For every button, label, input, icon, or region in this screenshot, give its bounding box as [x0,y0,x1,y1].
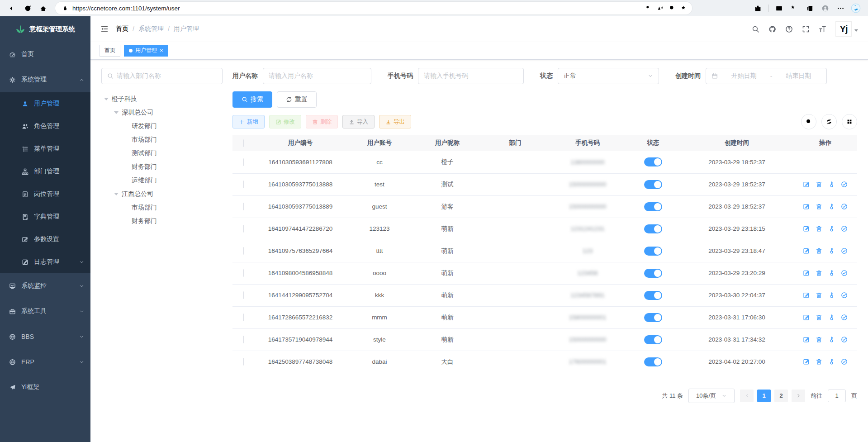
lock-icon[interactable] [60,2,71,14]
sidebar-item-系统工具[interactable]: 系统工具 [0,299,90,324]
goto-page-input[interactable]: 1 [828,390,846,402]
expand-caret-icon[interactable] [104,98,109,100]
status-toggle[interactable] [644,202,662,211]
tab-首页[interactable]: 首页 [100,45,120,57]
reset-password-icon[interactable] [828,358,835,365]
edit-row-icon[interactable] [803,225,810,232]
row-checkbox[interactable] [243,358,244,366]
select-all-checkbox[interactable] [243,139,244,147]
sidebar-item-用户管理[interactable]: 用户管理 [0,92,90,115]
reset-password-icon[interactable] [828,225,835,232]
reset-password-icon[interactable] [828,314,835,321]
status-toggle[interactable] [644,180,662,189]
edit-row-icon[interactable] [803,292,810,299]
status-toggle[interactable] [644,291,662,300]
date-range-picker[interactable]: 开始日期 - 结束日期 [706,68,827,84]
reload-icon[interactable] [21,2,34,14]
profile-avatar-icon[interactable] [818,2,832,14]
row-checkbox[interactable] [243,158,244,166]
favorite-add-icon[interactable] [678,2,689,14]
copilot-icon[interactable] [849,2,863,14]
sidebar-item-日志管理[interactable]: 日志管理 [0,251,90,273]
user-avatar[interactable]: Yj [835,21,858,37]
row-checkbox[interactable] [243,269,244,277]
sidebar-item-系统监控[interactable]: 系统监控 [0,273,90,299]
split-screen-icon[interactable] [772,2,786,14]
delete-row-icon[interactable] [816,203,822,210]
reset-password-icon[interactable] [828,270,835,276]
tree-node-市场部门[interactable]: 市场部门 [101,201,223,214]
url-text[interactable]: https://ccnetcore.com:1101/system/user [72,5,643,12]
row-checkbox[interactable] [243,314,244,321]
reset-password-icon[interactable] [828,181,835,188]
close-icon[interactable]: × [160,48,163,53]
tree-node-市场部门[interactable]: 市场部门 [101,133,223,147]
assign-role-icon[interactable] [841,270,848,276]
sidebar-item-首页[interactable]: 首页 [0,42,90,67]
assign-role-icon[interactable] [841,247,848,254]
phone-input[interactable]: 请输入手机号码 [418,68,524,84]
search-button[interactable]: 搜索 [232,91,272,108]
edit-row-icon[interactable] [803,270,810,276]
status-select[interactable]: 正常 [558,68,659,84]
sidebar-item-ERP[interactable]: ERP [0,349,90,375]
reset-password-icon[interactable] [828,247,835,254]
export-button[interactable]: 导出 [379,115,411,128]
extensions-icon[interactable] [751,2,764,14]
search-icon[interactable] [752,25,759,33]
github-icon[interactable] [768,25,776,33]
tree-node-橙子科技[interactable]: 橙子科技 [101,92,223,106]
sidebar-item-菜单管理[interactable]: 菜单管理 [0,138,90,160]
reset-password-icon[interactable] [828,292,835,299]
delete-row-icon[interactable] [816,358,822,365]
edit-row-icon[interactable] [803,181,810,188]
more-menu-icon[interactable] [834,2,847,14]
page-button-1[interactable]: 1 [757,390,771,402]
address-bar[interactable]: https://ccnetcore.com:1101/system/user [55,2,692,14]
home-icon[interactable] [36,2,50,14]
font-size-icon[interactable] [819,25,826,33]
status-toggle[interactable] [644,157,662,166]
breadcrumb-item[interactable]: 系统管理 [138,25,164,33]
delete-button[interactable]: 删除 [306,115,338,128]
status-toggle[interactable] [644,269,662,278]
breadcrumb-item[interactable]: 首页 [116,25,128,33]
delete-row-icon[interactable] [816,225,822,232]
username-input[interactable]: 请输入用户名称 [263,68,371,84]
next-page-button[interactable] [792,390,805,402]
help-icon[interactable] [785,25,793,33]
assign-role-icon[interactable] [841,314,848,321]
refresh-table-button[interactable] [821,114,837,129]
assign-role-icon[interactable] [841,336,848,343]
tree-node-运维部门[interactable]: 运维部门 [101,174,223,187]
row-checkbox[interactable] [243,203,244,210]
status-toggle[interactable] [644,357,662,366]
reset-password-icon[interactable] [828,203,835,210]
delete-row-icon[interactable] [816,314,822,321]
assign-role-icon[interactable] [841,358,848,365]
assign-role-icon[interactable] [841,292,848,299]
tab-actions-icon[interactable] [803,2,816,14]
delete-row-icon[interactable] [816,336,822,343]
edit-row-icon[interactable] [803,203,810,210]
app-logo[interactable]: 意框架管理系统 [0,16,90,42]
tree-node-研发部门[interactable]: 研发部门 [101,119,223,133]
reset-button[interactable]: 重置 [277,91,317,108]
status-toggle[interactable] [644,313,662,322]
tab-用户管理[interactable]: 用户管理× [124,45,168,57]
row-checkbox[interactable] [243,247,244,255]
tree-node-江西总公司[interactable]: 江西总公司 [101,187,223,201]
sidebar-item-Yi框架[interactable]: Yi框架 [0,375,90,400]
row-checkbox[interactable] [243,225,244,233]
fullscreen-icon[interactable] [802,25,810,33]
prev-page-button[interactable] [740,390,754,402]
sidebar-item-BBS[interactable]: BBS [0,324,90,349]
page-size-select[interactable]: 10条/页 [688,389,735,403]
edit-row-icon[interactable] [803,358,810,365]
expand-caret-icon[interactable] [114,193,119,195]
edit-row-icon[interactable] [803,247,810,254]
sidebar-item-角色管理[interactable]: 角色管理 [0,115,90,138]
sidebar-item-系统管理[interactable]: 系统管理 [0,67,90,92]
dept-search-input[interactable]: 请输入部门名称 [101,68,223,84]
status-toggle[interactable] [644,224,662,233]
